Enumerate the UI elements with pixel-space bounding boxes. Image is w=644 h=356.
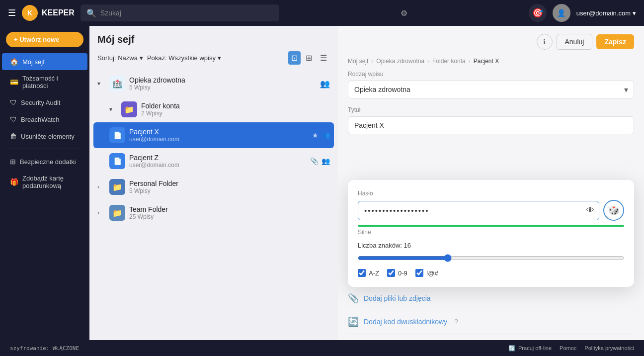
topbar: ☰ K KEEPER 🔍 ⚙ 🎯 👤 user@domain.com ▾	[0, 0, 644, 26]
share-icon[interactable]: 👥	[322, 131, 330, 139]
cancel-button[interactable]: Anuluj	[557, 34, 593, 50]
breadcrumb-sep: ›	[469, 58, 471, 65]
record-health-icon2: 📄	[109, 153, 125, 169]
user-menu[interactable]: user@domain.com ▾	[576, 9, 636, 17]
search-input[interactable]	[100, 9, 273, 17]
folder-name: Opieka zdrowotna	[129, 76, 316, 84]
save-button[interactable]: Zapisz	[596, 34, 634, 49]
folder-team[interactable]: › 📁 Team Folder 25 Wpisy	[93, 200, 334, 226]
folder-name: Personal Folder	[129, 179, 330, 187]
add-2fa-action[interactable]: 🔄 Dodaj kod dwuskładnikowy ?	[348, 310, 634, 333]
title-input[interactable]	[348, 116, 634, 134]
sidebar-item-label: Zdobądź kartę podarunkową	[22, 175, 80, 189]
chevron-down-icon: ▾	[633, 9, 636, 17]
attachment-icon[interactable]: 📎	[310, 157, 319, 165]
expand-right-icon: ›	[97, 183, 105, 190]
title-group: Tytuł	[348, 106, 634, 134]
breadcrumb-home[interactable]: Mój sejf	[348, 58, 368, 65]
gift-icon: 🎁	[10, 178, 18, 186]
sidebar-item-moj-sejf[interactable]: 🏠 Mój sejf	[2, 53, 87, 70]
list-view-icon[interactable]: ⊞	[303, 51, 315, 65]
detail-panel: ℹ Anuluj Zapisz Mój sejf › Opieka zdrowo…	[338, 26, 644, 340]
shield-audit-icon: 🛡	[10, 98, 17, 106]
detail-header: ℹ Anuluj Zapisz	[338, 26, 644, 58]
add-files-action[interactable]: 📎 Dodaj pliki lub zdjęcia	[348, 286, 634, 310]
share-icon[interactable]: 👥	[322, 157, 330, 165]
password-input[interactable]	[358, 201, 599, 220]
filter-chevron-icon: ▾	[218, 54, 221, 62]
record-info: Pacjent Z user@domain.com	[129, 154, 306, 169]
folder-personal[interactable]: › 📁 Personal Folder 5 Wpisy	[93, 174, 334, 200]
sidebar-item-gift[interactable]: 🎁 Zdobądź kartę podarunkową	[2, 170, 87, 194]
breadcrumb-folder2[interactable]: Folder konta	[432, 58, 466, 65]
detail-actions: 📎 Dodaj pliki lub zdjęcia 🔄 Dodaj kod dw…	[338, 286, 644, 340]
folder-konta[interactable]: ▾ 📁 Folder konta 2 Wpisy	[93, 96, 334, 122]
record-pacjent-z[interactable]: 📄 Pacjent Z user@domain.com 📎 👥	[93, 148, 334, 174]
create-new-button[interactable]: + Utwórz nowe	[6, 32, 83, 47]
sidebar-item-deleted[interactable]: 🗑 Usuniête elementy	[2, 128, 87, 145]
option-special[interactable]: !@#	[415, 269, 438, 277]
breadcrumb-folder1[interactable]: Opieka zdrowotna	[376, 58, 424, 65]
folder-opieka[interactable]: ▾ 🏥 Opieka zdrowotna 5 Wpisy 👥	[93, 71, 334, 96]
vault-items: ▾ 🏥 Opieka zdrowotna 5 Wpisy 👥 ▾ 📁 F	[89, 71, 338, 340]
help-icon[interactable]: ?	[454, 318, 458, 326]
footer-encryption: szyfrowanie: WŁĄCZONE	[10, 345, 79, 352]
sidebar-item-security-audit[interactable]: 🛡 Security Audit	[2, 94, 87, 111]
user-email: user@domain.com	[576, 9, 631, 17]
record-pacjent-x[interactable]: 📄 Pacjent X user@domain.com ★ 👥	[93, 122, 334, 148]
filter-button[interactable]: Pokaż: Wszystkie wpisy ▾	[147, 54, 221, 62]
checkbox-09[interactable]	[387, 269, 395, 277]
sidebar-item-addons[interactable]: ⊞ Bezpieczne dodatki	[2, 153, 87, 170]
length-slider[interactable]	[358, 254, 624, 262]
option-az-label: A-Z	[369, 269, 379, 277]
length-label: Liczba znaków: 16	[358, 242, 411, 249]
password-input-wrapper: 👁	[358, 201, 599, 220]
breadcrumb-sep: ›	[427, 58, 429, 65]
record-type-select[interactable]: Opieka zdrowotna	[348, 81, 634, 98]
main-layout: + Utwórz nowe 🏠 Mój sejf 💳 Tożsamość i p…	[0, 26, 644, 340]
sidebar-item-tozsamosc[interactable]: 💳 Tożsamość i płatności	[2, 70, 87, 94]
record-email: user@domain.com	[129, 136, 308, 143]
option-az[interactable]: A-Z	[358, 269, 379, 277]
folder-info: Folder konta 2 Wpisy	[141, 102, 330, 117]
compact-view-icon[interactable]: ☰	[317, 51, 330, 65]
checkbox-special[interactable]	[415, 269, 423, 277]
folder-info: Team Folder 25 Wpisy	[129, 205, 330, 220]
breadcrumb-sep: ›	[371, 58, 373, 65]
sidebar-item-label: Security Audit	[21, 99, 61, 106]
title-label: Tytuł	[348, 106, 634, 113]
shield-breach-icon: 🛡	[10, 115, 17, 123]
option-09-label: 0-9	[398, 269, 407, 277]
help-link[interactable]: Pomoc	[560, 345, 576, 351]
star-icon[interactable]: ★	[312, 131, 319, 139]
footer-right: 🔄 Pracuj off-line Pomoc Polityka prywatn…	[508, 345, 634, 352]
folder-count: 5 Wpisy	[129, 84, 316, 91]
checkbox-az[interactable]	[358, 269, 366, 277]
record-name: Pacjent X	[129, 128, 308, 136]
shield-icon[interactable]: 🎯	[529, 4, 547, 22]
record-type-group: Rodzaj wpisu Opieka zdrowotna	[348, 71, 634, 98]
filter-icon[interactable]: ⚙	[401, 8, 407, 18]
share-icon[interactable]: 👥	[320, 79, 330, 89]
add-custom-action[interactable]: ➕ Dodaj pole niestandardowe	[348, 333, 634, 340]
sidebar-item-label: Tożsamość i płatności	[22, 75, 80, 89]
folder-count: 2 Wpisy	[141, 110, 330, 117]
sync-status: 🔄 Pracuj off-line	[508, 345, 552, 352]
option-09[interactable]: 0-9	[387, 269, 407, 277]
content-area: Mój sejf Sortuj: Nazwa ▾ Pokaż: Wszystki…	[89, 26, 644, 340]
info-icon[interactable]: ℹ	[537, 34, 553, 50]
menu-icon[interactable]: ☰	[8, 7, 16, 18]
privacy-link[interactable]: Polityka prywatności	[584, 345, 634, 351]
grid-view-icon[interactable]: ⊡	[288, 51, 301, 65]
generate-password-button[interactable]: 🎲	[603, 200, 624, 221]
sort-button[interactable]: Sortuj: Nazwa ▾	[97, 54, 143, 62]
sidebar-divider	[6, 149, 83, 149]
strength-bar	[358, 225, 624, 227]
search-bar[interactable]: 🔍	[80, 4, 279, 21]
sidebar-item-breachwatch[interactable]: 🛡 BreachWatch	[2, 111, 87, 128]
grid-icon: ⊞	[10, 158, 16, 166]
sync-icon: 🔄	[508, 345, 515, 352]
eye-icon[interactable]: 👁	[586, 206, 594, 215]
password-label: Hasło	[358, 190, 624, 197]
password-field-row: 👁 🎲	[358, 200, 624, 221]
